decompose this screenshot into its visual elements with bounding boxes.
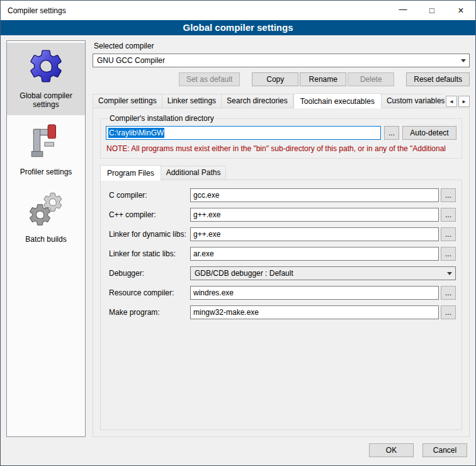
copy-button[interactable]: Copy bbox=[252, 72, 298, 86]
set-as-default-button[interactable]: Set as default bbox=[179, 72, 240, 86]
browse-directory-button[interactable]: ... bbox=[384, 126, 399, 140]
resource-compiler-label: Resource compiler: bbox=[109, 288, 190, 297]
sidebar-item-label: Batch builds bbox=[25, 235, 66, 244]
static-linker-label: Linker for static libs: bbox=[109, 249, 190, 258]
program-files-panel: C compiler: ... C++ compiler: ... Linker… bbox=[100, 179, 462, 430]
arrow-left-icon: ◄ bbox=[449, 99, 454, 105]
rename-button[interactable]: Rename bbox=[300, 72, 346, 86]
selected-compiler-dropdown[interactable]: GNU GCC Compiler bbox=[93, 54, 470, 67]
tab-additional-paths[interactable]: Additional Paths bbox=[161, 166, 227, 180]
chevron-down-icon bbox=[458, 54, 469, 67]
sidebar-item-label: Global compiler settings bbox=[8, 91, 84, 109]
form-row-static-linker: Linker for static libs: ... bbox=[109, 247, 456, 261]
dialog-footer: OK Cancel bbox=[1, 440, 475, 465]
tab-scroll-left-button[interactable]: ◄ bbox=[446, 96, 457, 107]
c-compiler-input[interactable] bbox=[190, 188, 439, 202]
sidebar-item-profiler-settings[interactable]: Profiler settings bbox=[7, 119, 85, 183]
form-row-dynamic-linker: Linker for dynamic libs: ... bbox=[109, 227, 456, 241]
cancel-button[interactable]: Cancel bbox=[422, 443, 467, 457]
installation-directory-group: Compiler's installation directory C:\ray… bbox=[100, 114, 462, 159]
minimize-button[interactable]: — bbox=[388, 1, 417, 20]
installation-directory-value: C:\raylib\MinGW bbox=[108, 128, 164, 138]
browse-resource-compiler-button[interactable]: ... bbox=[441, 286, 456, 300]
dynamic-linker-input[interactable] bbox=[190, 227, 439, 241]
chevron-down-icon bbox=[444, 267, 455, 280]
c-compiler-label: C compiler: bbox=[109, 191, 190, 200]
close-button[interactable]: × bbox=[446, 1, 475, 20]
browse-c-compiler-button[interactable]: ... bbox=[441, 188, 456, 202]
browse-dynamic-linker-button[interactable]: ... bbox=[441, 227, 456, 241]
debugger-label: Debugger: bbox=[109, 269, 190, 278]
dynamic-linker-label: Linker for dynamic libs: bbox=[109, 230, 190, 239]
selected-compiler-value: GNU GCC Compiler bbox=[97, 56, 165, 65]
close-icon: × bbox=[458, 5, 463, 16]
minimize-icon: — bbox=[399, 4, 407, 14]
page-title: Global compiler settings bbox=[1, 20, 475, 35]
browse-make-program-button[interactable]: ... bbox=[441, 305, 456, 319]
maximize-button[interactable]: □ bbox=[417, 1, 446, 20]
auto-detect-button[interactable]: Auto-detect bbox=[402, 126, 456, 140]
bin-subdirectory-note: NOTE: All programs must exist either in … bbox=[106, 144, 456, 153]
tab-custom-variables[interactable]: Custom variables bbox=[382, 94, 445, 108]
tab-program-files[interactable]: Program Files bbox=[100, 165, 161, 181]
reset-defaults-button[interactable]: Reset defaults bbox=[406, 72, 470, 86]
program-files-tabstrip: Program Files Additional Paths bbox=[100, 166, 463, 180]
profiler-tool-icon bbox=[26, 123, 65, 162]
tab-compiler-settings[interactable]: Compiler settings bbox=[93, 94, 162, 108]
titlebar: Compiler settings — □ × bbox=[1, 1, 475, 20]
installation-directory-group-title: Compiler's installation directory bbox=[108, 114, 216, 123]
settings-category-sidebar: Global compiler settings Profiler settin… bbox=[6, 40, 86, 437]
compiler-settings-dialog: Compiler settings — □ × Global compiler … bbox=[0, 0, 476, 466]
arrow-right-icon: ► bbox=[462, 99, 467, 105]
tab-scroll-right-button[interactable]: ► bbox=[458, 96, 470, 107]
gray-gears-icon bbox=[26, 190, 65, 229]
form-row-debugger: Debugger: GDB/CDB debugger : Default bbox=[109, 266, 456, 280]
compiler-actions: Set as default Copy Rename Delete Reset … bbox=[93, 72, 470, 86]
delete-button[interactable]: Delete bbox=[348, 72, 394, 86]
window-title: Compiler settings bbox=[1, 6, 388, 15]
debugger-value: GDB/CDB debugger : Default bbox=[195, 269, 293, 278]
make-program-input[interactable] bbox=[190, 305, 439, 319]
sidebar-item-global-compiler-settings[interactable]: Global compiler settings bbox=[7, 43, 85, 115]
installation-directory-input[interactable]: C:\raylib\MinGW bbox=[106, 126, 381, 140]
tab-toolchain-executables[interactable]: Toolchain executables bbox=[293, 93, 382, 108]
tab-linker-settings[interactable]: Linker settings bbox=[162, 94, 222, 108]
debugger-dropdown[interactable]: GDB/CDB debugger : Default bbox=[190, 266, 456, 280]
form-row-make-program: Make program: ... bbox=[109, 305, 456, 319]
make-program-label: Make program: bbox=[109, 308, 190, 317]
selected-compiler-label: Selected compiler bbox=[94, 42, 470, 50]
cpp-compiler-input[interactable] bbox=[190, 208, 439, 222]
static-linker-input[interactable] bbox=[190, 247, 439, 261]
maximize-icon: □ bbox=[429, 6, 434, 15]
sidebar-item-batch-builds[interactable]: Batch builds bbox=[7, 186, 85, 250]
browse-static-linker-button[interactable]: ... bbox=[441, 247, 456, 261]
form-row-resource-compiler: Resource compiler: ... bbox=[109, 286, 456, 300]
browse-cpp-compiler-button[interactable]: ... bbox=[441, 208, 456, 222]
tab-search-directories[interactable]: Search directories bbox=[222, 94, 293, 108]
cpp-compiler-label: C++ compiler: bbox=[109, 210, 190, 219]
toolchain-executables-panel: Compiler's installation directory C:\ray… bbox=[93, 108, 470, 437]
form-row-c-compiler: C compiler: ... bbox=[109, 188, 456, 202]
form-row-cpp-compiler: C++ compiler: ... bbox=[109, 208, 456, 222]
resource-compiler-input[interactable] bbox=[190, 286, 439, 300]
sidebar-item-label: Profiler settings bbox=[20, 168, 72, 176]
ok-button[interactable]: OK bbox=[369, 443, 414, 457]
settings-tabstrip: Compiler settings Linker settings Search… bbox=[93, 94, 470, 108]
blue-gear-icon bbox=[26, 47, 65, 86]
